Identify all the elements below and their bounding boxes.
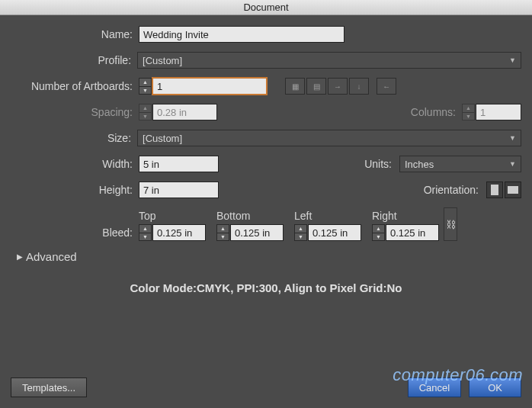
columns-label: Columns:: [411, 106, 462, 118]
bleed-top-label: Top: [139, 210, 206, 222]
arrange-down-icon[interactable]: ↓: [349, 78, 369, 95]
name-label: Name:: [11, 28, 139, 40]
ok-label: OK: [488, 382, 502, 394]
arrange-rtl-icon[interactable]: ←: [377, 78, 396, 95]
bleed-top-input[interactable]: [152, 224, 206, 241]
bleed-right-stepper[interactable]: ▲▼: [372, 224, 385, 241]
grid-by-col-icon[interactable]: ▤: [306, 78, 326, 95]
units-label: Units:: [364, 158, 399, 170]
chevron-down-icon: ▼: [509, 56, 516, 64]
bleed-left-input[interactable]: [308, 224, 361, 241]
artboards-label: Number of Artboards:: [11, 80, 139, 92]
height-input[interactable]: [139, 182, 219, 198]
link-icon: ⛓: [446, 219, 456, 230]
artboards-input[interactable]: [152, 78, 267, 95]
spacing-label: Spacing:: [11, 106, 139, 118]
columns-stepper: ▲▼: [462, 104, 475, 120]
artboards-stepper[interactable]: ▲▼: [139, 78, 152, 95]
bleed-left-stepper[interactable]: ▲▼: [294, 224, 307, 241]
width-label: Width:: [11, 158, 139, 170]
width-input[interactable]: [139, 156, 219, 172]
orientation-landscape-button[interactable]: [505, 182, 521, 198]
status-text: Color Mode:CMYK, PPI:300, Align to Pixel…: [11, 281, 521, 294]
bleed-right-label: Right: [372, 210, 439, 222]
size-label: Size:: [11, 132, 137, 144]
units-value: Inches: [405, 159, 434, 170]
cancel-button[interactable]: Cancel: [408, 377, 461, 397]
chevron-down-icon: ▼: [509, 160, 516, 168]
chevron-right-icon: ▶: [17, 252, 23, 261]
dialog-titlebar: Document: [0, 0, 532, 15]
units-select[interactable]: Inches ▼: [399, 156, 521, 172]
orientation-portrait-button[interactable]: [486, 182, 503, 198]
spacing-stepper: ▲▼: [139, 104, 152, 120]
profile-value: [Custom]: [143, 55, 182, 66]
link-bleed-button[interactable]: ⛓: [444, 207, 457, 241]
grid-by-row-icon[interactable]: ▦: [285, 78, 305, 95]
advanced-disclosure[interactable]: ▶ Advanced: [17, 250, 521, 263]
orientation-label: Orientation:: [424, 184, 486, 196]
ok-button[interactable]: OK: [469, 377, 521, 397]
arrange-right-icon[interactable]: →: [328, 78, 348, 95]
size-value: [Custom]: [143, 133, 182, 144]
name-input[interactable]: [139, 26, 345, 43]
advanced-label: Advanced: [26, 250, 77, 263]
spacing-input: [152, 104, 217, 120]
bleed-left-label: Left: [294, 210, 361, 222]
portrait-icon: [491, 185, 498, 195]
cancel-label: Cancel: [419, 382, 450, 394]
profile-label: Profile:: [11, 54, 137, 66]
bleed-bottom-stepper[interactable]: ▲▼: [216, 224, 229, 241]
dialog-title: Document: [243, 2, 288, 13]
bleed-right-input[interactable]: [386, 224, 439, 241]
bleed-bottom-label: Bottom: [216, 210, 284, 222]
chevron-down-icon: ▼: [509, 134, 516, 142]
bleed-top-stepper[interactable]: ▲▼: [139, 224, 152, 241]
bleed-label: Bleed:: [11, 226, 139, 241]
profile-select[interactable]: [Custom] ▼: [137, 52, 521, 69]
size-select[interactable]: [Custom] ▼: [137, 130, 521, 146]
templates-label: Templates...: [22, 382, 75, 394]
height-label: Height:: [11, 184, 139, 196]
landscape-icon: [508, 186, 518, 194]
templates-button[interactable]: Templates...: [11, 377, 87, 397]
bleed-bottom-input[interactable]: [230, 224, 284, 241]
columns-input: [476, 104, 521, 120]
